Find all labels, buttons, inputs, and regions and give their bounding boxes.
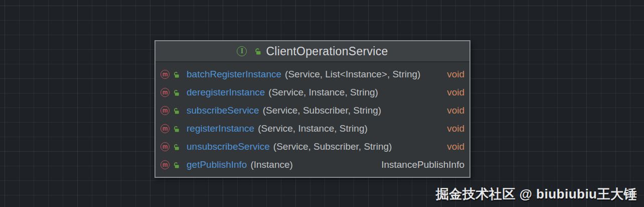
method-icon: m <box>160 160 170 169</box>
method-icon: m <box>160 124 170 133</box>
method-return-type: void <box>447 123 464 134</box>
method-row[interactable]: m registerInstance (Service, Instance, S… <box>155 120 469 138</box>
method-params: (Service, Instance, String) <box>258 123 368 134</box>
unlocked-padlock-icon <box>173 71 180 78</box>
method-glyph: m <box>163 108 168 114</box>
uml-method-list: m batchRegisterInstance (Service, List<I… <box>155 62 469 174</box>
method-return-type: void <box>447 105 464 116</box>
method-params: (Instance) <box>250 159 292 170</box>
method-glyph: m <box>163 126 168 132</box>
method-row[interactable]: m unsubscribeService (Service, Subscribe… <box>155 138 469 156</box>
method-name: unsubscribeService <box>187 141 270 152</box>
interface-icon: I <box>237 46 247 56</box>
method-name: getPublishInfo <box>187 159 247 170</box>
method-params: (Service, List<Instance>, String) <box>285 69 420 80</box>
method-params: (Service, Subscriber, String) <box>273 141 392 152</box>
method-glyph: m <box>163 162 168 168</box>
method-icon: m <box>160 106 170 115</box>
method-name: registerInstance <box>187 123 254 134</box>
method-return-type: void <box>447 87 464 98</box>
method-glyph: m <box>163 71 168 77</box>
unlocked-padlock-icon <box>173 125 180 133</box>
unlocked-padlock-icon <box>173 161 180 169</box>
diagram-canvas: { "diagram": { "header": { "interface_gl… <box>0 0 644 207</box>
method-icon: m <box>160 142 170 151</box>
uml-class-header[interactable]: I ClientOperationService <box>155 41 469 62</box>
method-return-type: void <box>447 141 464 152</box>
method-icon: m <box>160 70 170 79</box>
method-row[interactable]: m subscribeService (Service, Subscriber,… <box>155 101 469 120</box>
method-glyph: m <box>163 144 168 150</box>
interface-glyph: I <box>241 48 243 55</box>
watermark-text: 掘金技术社区 @ biubiubiu王大锤 <box>436 185 637 203</box>
method-return-type: void <box>447 69 464 80</box>
unlocked-padlock-icon <box>173 107 180 115</box>
method-name: subscribeService <box>187 105 259 116</box>
method-return-type: InstancePublishInfo <box>381 159 464 170</box>
method-row[interactable]: m deregisterInstance (Service, Instance,… <box>155 83 469 101</box>
method-row[interactable]: m getPublishInfo (Instance) InstancePubl… <box>155 156 469 174</box>
uml-class-box[interactable]: I ClientOperationService m batchRegister… <box>154 40 470 178</box>
unlocked-padlock-icon <box>173 143 180 151</box>
unlocked-padlock-icon <box>173 89 180 96</box>
method-params: (Service, Instance, String) <box>268 87 378 98</box>
unlocked-padlock-icon <box>254 47 262 55</box>
class-title: ClientOperationService <box>266 45 388 58</box>
method-glyph: m <box>163 89 168 95</box>
method-row[interactable]: m batchRegisterInstance (Service, List<I… <box>155 65 469 83</box>
method-name: batchRegisterInstance <box>187 69 281 80</box>
method-name: deregisterInstance <box>187 87 265 98</box>
method-params: (Service, Subscriber, String) <box>263 105 382 116</box>
method-icon: m <box>160 88 170 97</box>
